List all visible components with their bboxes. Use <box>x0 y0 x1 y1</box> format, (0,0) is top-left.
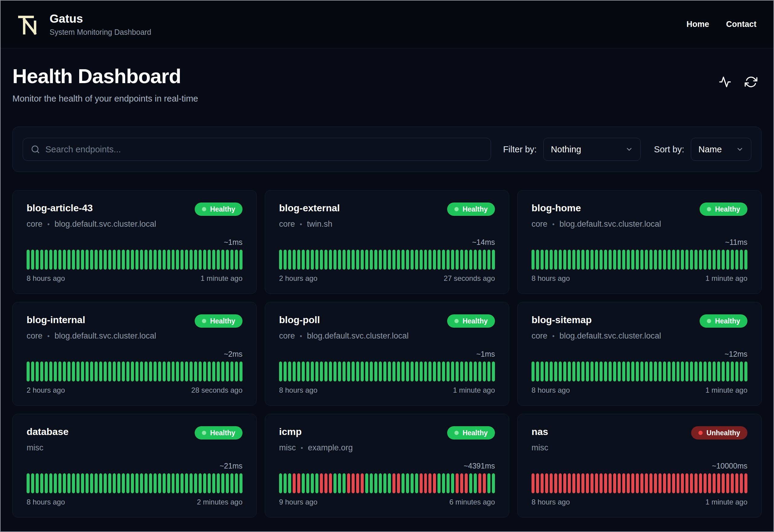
uptime-bar[interactable] <box>45 473 48 493</box>
uptime-bar[interactable] <box>235 362 238 381</box>
uptime-bar[interactable] <box>383 250 386 270</box>
uptime-bar[interactable] <box>167 362 170 381</box>
uptime-bar[interactable] <box>649 362 652 381</box>
uptime-bar[interactable] <box>36 362 39 381</box>
uptime-bar[interactable] <box>478 250 481 270</box>
uptime-bar[interactable] <box>235 250 238 270</box>
uptime-bar[interactable] <box>631 473 634 493</box>
uptime-bar[interactable] <box>411 362 414 381</box>
uptime-bar[interactable] <box>397 473 400 493</box>
uptime-bar[interactable] <box>329 362 332 381</box>
uptime-bar[interactable] <box>208 250 211 270</box>
uptime-bar[interactable] <box>239 250 242 270</box>
uptime-bar[interactable] <box>545 473 548 493</box>
uptime-bar[interactable] <box>554 473 557 493</box>
uptime-bar[interactable] <box>333 250 337 270</box>
uptime-bar[interactable] <box>126 473 129 493</box>
uptime-bar[interactable] <box>717 250 720 270</box>
uptime-bar[interactable] <box>609 362 612 381</box>
uptime-bar[interactable] <box>483 473 486 493</box>
uptime-bar[interactable] <box>199 362 202 381</box>
uptime-bar[interactable] <box>492 362 495 381</box>
uptime-bar[interactable] <box>708 250 711 270</box>
uptime-bar[interactable] <box>172 473 175 493</box>
uptime-bar[interactable] <box>668 250 671 270</box>
uptime-bar[interactable] <box>397 362 400 381</box>
uptime-bar[interactable] <box>212 250 215 270</box>
filter-select[interactable]: Nothing <box>543 138 641 161</box>
endpoint-card[interactable]: blog-poll Healthy core • blog.default.sv… <box>265 302 509 406</box>
uptime-bar[interactable] <box>559 362 562 381</box>
uptime-bar[interactable] <box>333 362 337 381</box>
uptime-bar[interactable] <box>361 250 364 270</box>
uptime-bar[interactable] <box>731 473 734 493</box>
uptime-bar[interactable] <box>58 473 61 493</box>
uptime-bar[interactable] <box>180 250 184 270</box>
uptime-bar[interactable] <box>581 473 584 493</box>
uptime-bar[interactable] <box>333 473 337 493</box>
uptime-bar[interactable] <box>374 362 377 381</box>
uptime-bar[interactable] <box>437 473 441 493</box>
uptime-bar[interactable] <box>568 250 571 270</box>
uptime-bar[interactable] <box>212 362 215 381</box>
uptime-bar[interactable] <box>545 250 548 270</box>
uptime-bar[interactable] <box>163 362 166 381</box>
uptime-bar[interactable] <box>465 250 468 270</box>
endpoint-card[interactable]: blog-internal Healthy core • blog.defaul… <box>12 302 257 406</box>
uptime-bar[interactable] <box>131 362 134 381</box>
uptime-bar[interactable] <box>677 250 680 270</box>
uptime-bar[interactable] <box>108 250 111 270</box>
uptime-bar[interactable] <box>338 250 341 270</box>
uptime-bar[interactable] <box>704 473 707 493</box>
uptime-bar[interactable] <box>636 250 639 270</box>
uptime-bar[interactable] <box>541 362 544 381</box>
uptime-bar[interactable] <box>604 473 607 493</box>
uptime-bar[interactable] <box>609 250 612 270</box>
uptime-bar[interactable] <box>402 362 405 381</box>
uptime-bar[interactable] <box>492 250 495 270</box>
uptime-bar[interactable] <box>217 473 220 493</box>
uptime-bar[interactable] <box>163 473 166 493</box>
uptime-bar[interactable] <box>81 250 84 270</box>
uptime-bar[interactable] <box>297 473 300 493</box>
uptime-bar[interactable] <box>108 473 111 493</box>
uptime-bar[interactable] <box>365 473 368 493</box>
uptime-bar[interactable] <box>415 250 418 270</box>
uptime-bar[interactable] <box>442 473 445 493</box>
uptime-bar[interactable] <box>95 362 98 381</box>
uptime-bar[interactable] <box>554 250 557 270</box>
uptime-bar[interactable] <box>595 250 598 270</box>
uptime-bar[interactable] <box>492 473 495 493</box>
uptime-bar[interactable] <box>586 250 589 270</box>
uptime-bar[interactable] <box>704 250 707 270</box>
uptime-bar[interactable] <box>559 473 562 493</box>
uptime-bar[interactable] <box>361 362 364 381</box>
uptime-bar[interactable] <box>451 473 454 493</box>
uptime-bar[interactable] <box>113 473 116 493</box>
uptime-bar[interactable] <box>185 250 188 270</box>
uptime-bar[interactable] <box>699 250 702 270</box>
endpoint-card[interactable]: blog-home Healthy core • blog.default.sv… <box>517 190 762 294</box>
uptime-bar[interactable] <box>370 473 373 493</box>
uptime-bar[interactable] <box>568 362 571 381</box>
uptime-bar[interactable] <box>740 473 743 493</box>
uptime-bar[interactable] <box>230 250 233 270</box>
uptime-bar[interactable] <box>356 362 359 381</box>
uptime-bar[interactable] <box>392 473 395 493</box>
uptime-bar[interactable] <box>699 362 702 381</box>
uptime-bar[interactable] <box>135 362 138 381</box>
uptime-bar[interactable] <box>356 250 359 270</box>
uptime-bar[interactable] <box>659 473 662 493</box>
uptime-bar[interactable] <box>420 250 423 270</box>
uptime-bar[interactable] <box>681 362 684 381</box>
uptime-bar[interactable] <box>338 362 341 381</box>
uptime-bar[interactable] <box>293 250 296 270</box>
uptime-bar[interactable] <box>167 473 170 493</box>
uptime-bar[interactable] <box>744 362 747 381</box>
uptime-bar[interactable] <box>58 362 61 381</box>
uptime-bar[interactable] <box>677 362 680 381</box>
uptime-bar[interactable] <box>604 362 607 381</box>
uptime-bar[interactable] <box>433 362 436 381</box>
uptime-bar[interactable] <box>27 473 30 493</box>
uptime-bar[interactable] <box>185 362 188 381</box>
